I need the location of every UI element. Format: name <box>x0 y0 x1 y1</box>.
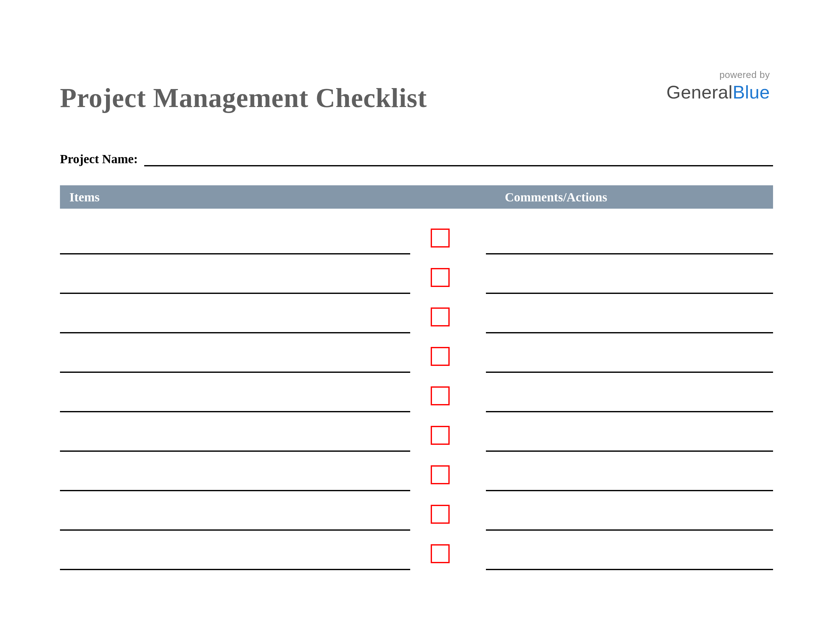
checklist-row <box>60 412 773 452</box>
checklist-row <box>60 452 773 491</box>
comment-field[interactable] <box>486 531 773 570</box>
item-field[interactable] <box>60 531 410 570</box>
item-field[interactable] <box>60 333 410 373</box>
page: Project Management Checklist powered by … <box>0 0 833 644</box>
item-field[interactable] <box>60 412 410 452</box>
checkbox-cell <box>410 373 470 412</box>
item-field[interactable] <box>60 294 410 333</box>
brand-name-part2: Blue <box>733 82 770 102</box>
checklist-row <box>60 373 773 412</box>
checkbox-cell <box>410 491 470 531</box>
checkbox[interactable] <box>431 308 450 327</box>
page-title: Project Management Checklist <box>60 82 427 114</box>
item-field[interactable] <box>60 373 410 412</box>
item-field[interactable] <box>60 452 410 491</box>
checkbox[interactable] <box>431 465 450 484</box>
item-field[interactable] <box>60 215 410 254</box>
rows-container <box>60 215 773 570</box>
checkbox[interactable] <box>431 229 450 248</box>
checklist-row <box>60 215 773 254</box>
comment-field[interactable] <box>486 412 773 452</box>
checkbox[interactable] <box>431 347 450 366</box>
table-header: Items Comments/Actions <box>60 185 773 209</box>
comment-field[interactable] <box>486 373 773 412</box>
item-field[interactable] <box>60 491 410 531</box>
checklist-row <box>60 254 773 294</box>
comment-field[interactable] <box>486 254 773 294</box>
brand-name-part1: General <box>666 82 733 102</box>
header-row: Project Management Checklist powered by … <box>60 69 773 114</box>
comment-field[interactable] <box>486 294 773 333</box>
checklist-row <box>60 294 773 333</box>
checkbox[interactable] <box>431 268 450 287</box>
checkbox[interactable] <box>431 386 450 405</box>
checkbox[interactable] <box>431 544 450 563</box>
checklist-row <box>60 333 773 373</box>
brand-block: powered by GeneralBlue <box>666 69 773 103</box>
checkbox-cell <box>410 294 470 333</box>
checklist-row <box>60 491 773 531</box>
project-name-label: Project Name: <box>60 151 144 166</box>
checkbox-cell <box>410 531 470 570</box>
checkbox-cell <box>410 412 470 452</box>
project-name-row: Project Name: <box>60 151 773 166</box>
brand-name: GeneralBlue <box>666 81 770 103</box>
column-header-items: Items <box>60 190 451 204</box>
brand-powered-by: powered by <box>666 69 770 80</box>
comment-field[interactable] <box>486 491 773 531</box>
checkbox[interactable] <box>431 505 450 524</box>
checkbox[interactable] <box>431 426 450 445</box>
project-name-input[interactable] <box>144 154 773 166</box>
checkbox-cell <box>410 452 470 491</box>
column-header-comments: Comments/Actions <box>451 190 607 204</box>
checkbox-cell <box>410 215 470 254</box>
comment-field[interactable] <box>486 452 773 491</box>
checklist-row <box>60 531 773 570</box>
checkbox-cell <box>410 254 470 294</box>
comment-field[interactable] <box>486 333 773 373</box>
item-field[interactable] <box>60 254 410 294</box>
comment-field[interactable] <box>486 215 773 254</box>
checkbox-cell <box>410 333 470 373</box>
